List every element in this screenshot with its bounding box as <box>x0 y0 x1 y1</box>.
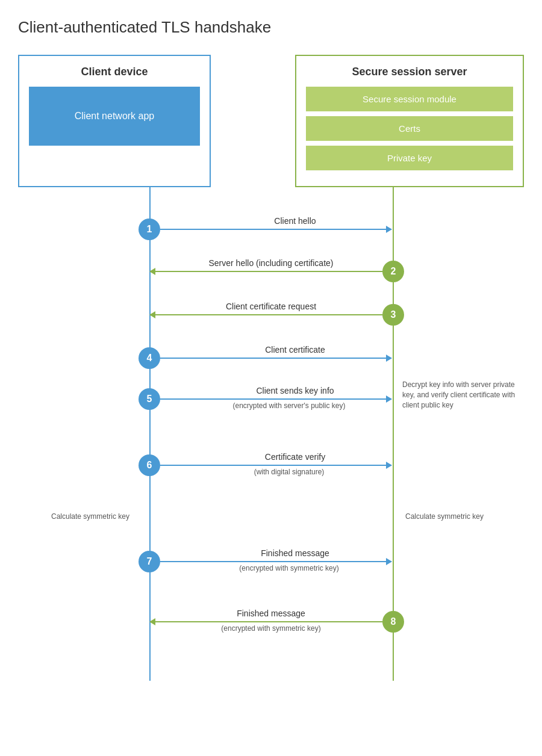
step-8-row: 8 Finished message (encrypted with symme… <box>18 603 524 651</box>
step-3-circle: 3 <box>382 304 404 326</box>
step-3-row: 3 Client certificate request <box>18 297 524 333</box>
step-6-arrow <box>160 465 391 466</box>
server-box-title: Secure session server <box>306 66 513 78</box>
server-module-key: Private key <box>306 146 513 170</box>
step-6-row: 6 Certificate verify (with digital signa… <box>18 446 524 494</box>
client-box-title: Client device <box>29 66 200 78</box>
server-module-session: Secure session module <box>306 87 513 111</box>
client-network-app: Client network app <box>29 87 200 146</box>
step-1-row: 1 Client hello <box>18 211 524 247</box>
server-box: Secure session server Secure session mod… <box>295 55 524 187</box>
step-5-arrow <box>160 398 391 400</box>
step-7-circle: 7 <box>139 551 160 572</box>
step-5-label: Client sends key info <box>193 386 397 395</box>
step-7-label: Finished message <box>193 548 397 558</box>
client-device-box: Client device Client network app <box>18 55 211 187</box>
step-4-label: Client certificate <box>193 345 397 355</box>
step-7-sublabel: (encrypted with symmetric key) <box>181 564 397 572</box>
step-2-arrow <box>150 271 382 272</box>
step-6-circle: 6 <box>139 454 160 476</box>
step-6-sublabel: (with digital signature) <box>181 468 397 476</box>
boxes-row: Client device Client network app Secure … <box>18 55 524 187</box>
step-8-sublabel: (encrypted with symmetric key) <box>163 624 379 633</box>
step-1-circle: 1 <box>139 218 160 240</box>
step-6-label: Certificate verify <box>193 452 397 462</box>
step-2-row: 2 Server hello (including certificate) <box>18 253 524 290</box>
step-7-row: 7 Finished message (encrypted with symme… <box>18 542 524 590</box>
step-2-label: Server hello (including certificate) <box>163 258 379 268</box>
left-calc-note: Calculate symmetric key <box>48 512 132 522</box>
step-1-label: Client hello <box>193 216 397 226</box>
step-8-arrow <box>150 621 382 622</box>
step-3-arrow <box>150 314 382 315</box>
step-1-arrow <box>160 229 391 230</box>
step-8-circle: 8 <box>382 611 404 633</box>
server-module-certs: Certs <box>306 116 513 141</box>
step-5-row: 5 Client sends key info (encrypted with … <box>18 380 524 428</box>
step-3-label: Client certificate request <box>163 302 379 311</box>
step-5-sublabel: (encrypted with server's public key) <box>181 401 397 410</box>
step-4-arrow <box>160 358 391 359</box>
step-8-label: Finished message <box>163 609 379 618</box>
diagram-container: Client device Client network app Secure … <box>18 55 524 681</box>
step-4-row: 4 Client certificate <box>18 340 524 376</box>
page-title: Client-authenticated TLS handshake <box>18 18 524 37</box>
decrypt-note: Decrypt key info with server private key… <box>402 380 517 410</box>
step-2-circle: 2 <box>382 261 404 282</box>
step-7-arrow <box>160 561 391 562</box>
step-5-circle: 5 <box>139 388 160 410</box>
calc-key-row: Calculate symmetric key Calculate symmet… <box>18 509 524 545</box>
step-4-circle: 4 <box>139 347 160 369</box>
sequence-area: 1 Client hello 2 Server hello (including… <box>18 187 524 681</box>
right-calc-note: Calculate symmetric key <box>402 512 487 522</box>
